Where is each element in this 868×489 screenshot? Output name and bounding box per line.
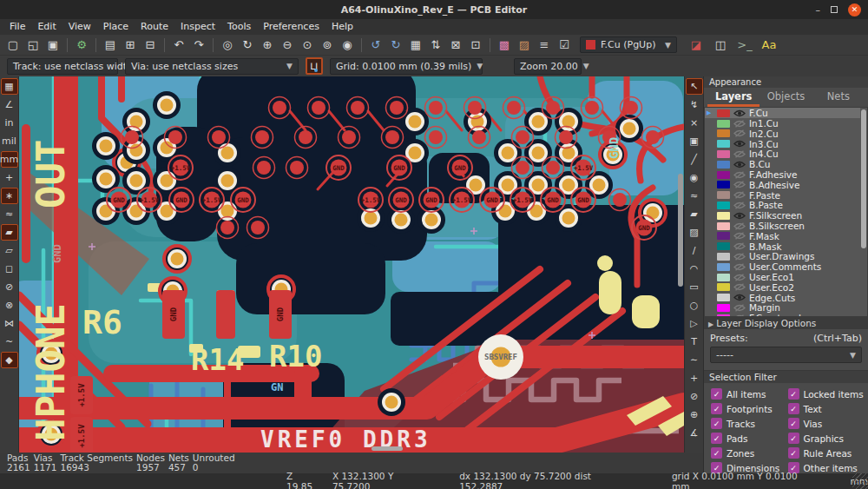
- layer-row[interactable]: B.Mask: [705, 241, 860, 252]
- selection-filter-item[interactable]: Graphics: [788, 433, 865, 444]
- layer-row[interactable]: F.Courtyard: [705, 313, 860, 317]
- selection-filter-item[interactable]: Rule Areas: [788, 447, 865, 459]
- layer-row[interactable]: B.Cu: [705, 159, 860, 169]
- layer-color-swatch[interactable]: [717, 304, 730, 312]
- units-inches-button[interactable]: in: [1, 115, 18, 131]
- zoom-to-selection-button[interactable]: ◉: [338, 36, 357, 54]
- via-display-mode-toggle[interactable]: ⊘: [1, 279, 18, 295]
- zoom-fit-objects-button[interactable]: ⊚: [318, 36, 337, 54]
- tune-length-tool[interactable]: ≈: [686, 188, 703, 204]
- layer-row[interactable]: F.Silkscreen: [705, 210, 860, 221]
- lock-button[interactable]: ⊠: [446, 36, 465, 54]
- page-settings-button[interactable]: ▤: [101, 36, 120, 54]
- add-zone-tool[interactable]: ▰: [686, 206, 703, 222]
- zoom-fit-board-button[interactable]: ⊙: [298, 36, 317, 54]
- layer-row[interactable]: Edge.Cuts: [705, 293, 860, 303]
- active-layer-dropdown[interactable]: F.Cu (PgUp) ▼: [580, 36, 677, 53]
- redo-button[interactable]: ↷: [189, 36, 208, 54]
- units-mils-button[interactable]: mil: [1, 133, 18, 149]
- layer-color-swatch[interactable]: [717, 274, 730, 281]
- layer-row[interactable]: User.Drawings: [705, 252, 860, 262]
- layer-row[interactable]: F.Cu: [705, 108, 860, 118]
- layer-visibility-eye-icon[interactable]: [733, 129, 746, 137]
- zoom-out-button[interactable]: ⊖: [278, 36, 297, 54]
- zone-fill-mode-button[interactable]: ▰: [1, 224, 18, 241]
- save-board-button[interactable]: ▣: [43, 36, 62, 54]
- layer-color-swatch[interactable]: [717, 242, 730, 250]
- layer-pair-indicator[interactable]: ◪: [687, 36, 706, 54]
- layer-color-swatch[interactable]: [717, 253, 730, 261]
- layer-row[interactable]: B.Adhesive: [705, 180, 860, 190]
- text-variables-button[interactable]: Aa: [760, 36, 779, 54]
- resize-grip[interactable]: [852, 473, 868, 489]
- layer-list-scrollbar[interactable]: [861, 109, 866, 248]
- pad-display-mode-toggle[interactable]: ⊗: [1, 297, 18, 314]
- board-setup-button[interactable]: ⚙: [72, 36, 91, 54]
- separator[interactable]: [490, 38, 490, 52]
- menu-item[interactable]: Help: [326, 19, 359, 35]
- layer-color-swatch[interactable]: [717, 314, 730, 318]
- update-footprints-button[interactable]: ⇅: [426, 36, 445, 54]
- canvas-horizontal-scrollbar[interactable]: [372, 446, 403, 451]
- checkbox-checked-icon[interactable]: [788, 433, 799, 444]
- layer-visibility-eye-icon[interactable]: [733, 304, 746, 312]
- auto-track-width-toggle[interactable]: ⊔: [306, 57, 323, 75]
- layer-color-swatch[interactable]: [717, 212, 730, 220]
- layer-row[interactable]: B.Silkscreen: [705, 221, 860, 231]
- layer-visibility-eye-icon[interactable]: [733, 161, 746, 169]
- zoom-in-button[interactable]: ⊕: [258, 36, 277, 54]
- grid-visibility-toggle[interactable]: ▦: [1, 78, 18, 95]
- menu-item[interactable]: File: [3, 19, 31, 35]
- separator[interactable]: [213, 38, 214, 52]
- menu-item[interactable]: Place: [97, 19, 135, 35]
- find-button[interactable]: ◎: [218, 36, 237, 54]
- draw-rect-tool[interactable]: ▭: [686, 279, 703, 295]
- measure-tool[interactable]: ∡: [686, 425, 703, 441]
- layer-color-swatch[interactable]: [717, 181, 730, 188]
- draw-circle-tool[interactable]: ○: [686, 297, 703, 314]
- layer-visibility-eye-icon[interactable]: [733, 274, 746, 281]
- special-tools-button[interactable]: ▨: [515, 36, 534, 54]
- menu-item[interactable]: View: [62, 19, 97, 35]
- layer-visibility-eye-icon[interactable]: [733, 253, 746, 261]
- add-rule-area-tool[interactable]: ▨: [686, 224, 703, 241]
- rotate-ccw-button[interactable]: ↺: [366, 36, 385, 54]
- checkbox-checked-icon[interactable]: [788, 418, 799, 429]
- layer-row[interactable]: User.Eco1: [705, 272, 860, 282]
- layer-color-swatch[interactable]: [717, 191, 730, 199]
- separator[interactable]: [164, 38, 165, 52]
- track-width-dropdown[interactable]: Track: use netclass width ▼: [7, 58, 118, 75]
- layer-row[interactable]: B.Paste: [705, 201, 860, 211]
- group-items-button[interactable]: ▩: [495, 36, 514, 54]
- print-button[interactable]: ⊞: [121, 36, 140, 54]
- appearance-tab[interactable]: Objects: [760, 88, 812, 107]
- zone-hide-mode-button[interactable]: ◻: [1, 261, 18, 277]
- route-track-tool[interactable]: ╱: [686, 151, 703, 168]
- local-ratsnest-tool[interactable]: ×: [686, 115, 703, 131]
- high-contrast-mode-toggle[interactable]: ◆: [1, 352, 18, 368]
- layer-color-swatch[interactable]: [717, 120, 730, 128]
- delete-tool[interactable]: ⊘: [686, 388, 703, 405]
- layer-visibility-eye-icon[interactable]: [733, 150, 746, 158]
- plot-button[interactable]: ⊟: [141, 36, 160, 54]
- footprint-checker-button[interactable]: ▦: [406, 36, 425, 54]
- checkbox-checked-icon[interactable]: [788, 403, 799, 414]
- menu-item[interactable]: Tools: [221, 19, 257, 35]
- layer-color-swatch[interactable]: [717, 222, 730, 230]
- selection-filter-item[interactable]: Locked items: [788, 388, 865, 400]
- draw-polygon-tool[interactable]: ▷: [686, 315, 703, 332]
- layer-color-swatch[interactable]: [717, 294, 730, 301]
- selection-filter-item[interactable]: Pads: [711, 433, 788, 444]
- layer-color-swatch[interactable]: [717, 161, 730, 169]
- curved-tracks-toggle[interactable]: ~: [1, 334, 18, 350]
- layer-visibility-eye-icon[interactable]: [733, 171, 746, 179]
- layer-color-swatch[interactable]: [717, 150, 730, 158]
- rotate-cw-button[interactable]: ↻: [386, 36, 405, 54]
- menu-item[interactable]: Edit: [31, 19, 62, 35]
- layer-color-swatch[interactable]: [717, 232, 730, 240]
- layer-color-swatch[interactable]: [717, 283, 730, 291]
- selection-filter-item[interactable]: Vias: [788, 418, 865, 429]
- appearance-tab[interactable]: Nets: [812, 88, 865, 107]
- new-board-button[interactable]: ▢: [3, 36, 23, 54]
- layer-visibility-eye-icon[interactable]: [733, 212, 746, 220]
